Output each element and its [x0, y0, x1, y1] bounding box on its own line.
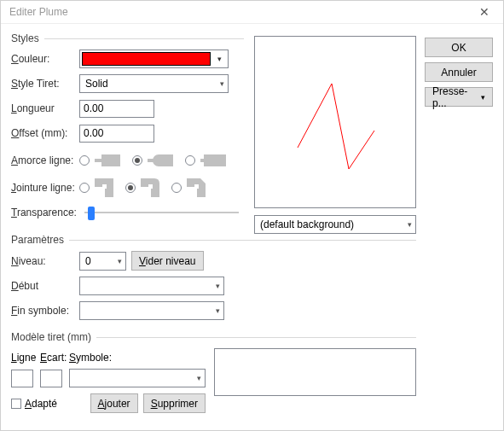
- join-radio-round[interactable]: [125, 183, 136, 193]
- titlebar: Editer Plume ✕: [1, 1, 503, 24]
- clipboard-button[interactable]: Presse-p...▾: [425, 87, 493, 107]
- label-length: Longueur: [11, 102, 79, 114]
- divider: [44, 38, 244, 39]
- window-title: Editer Plume: [9, 6, 474, 18]
- label-offset: Offset (mm):: [11, 127, 79, 139]
- cap-square-icon: [200, 154, 226, 166]
- end-symbol-combo[interactable]: ▾: [79, 301, 224, 320]
- cap-flat-icon: [95, 154, 120, 166]
- svg-rect-4: [148, 159, 154, 162]
- delete-button[interactable]: Supprimer: [143, 393, 206, 413]
- chevron-down-icon: ▾: [216, 282, 220, 290]
- label-level: Niveau:: [11, 255, 79, 267]
- label-end-symbol: Fin symbole:: [11, 305, 79, 317]
- reset-level-button[interactable]: Vider niveau: [131, 251, 204, 271]
- level-combo[interactable]: 0 ▾: [79, 252, 126, 271]
- join-radio-bevel[interactable]: [171, 183, 182, 193]
- offset-input[interactable]: [79, 125, 154, 143]
- divider: [69, 240, 416, 241]
- background-value: (default background): [260, 218, 354, 230]
- ok-button[interactable]: OK: [425, 38, 493, 57]
- group-params-title: Paramètres: [11, 234, 64, 246]
- divider: [96, 337, 416, 338]
- chevron-down-icon: ▾: [408, 220, 412, 229]
- label-gap-dash: Ecart:: [40, 352, 69, 364]
- group-dash-model-title: Modèle tiret (mm): [11, 331, 91, 343]
- chevron-down-icon: ▾: [216, 306, 220, 315]
- style-dash-value: Solid: [85, 78, 108, 90]
- color-picker[interactable]: ▾: [79, 50, 229, 68]
- cap-radio-flat[interactable]: [79, 155, 90, 166]
- background-combo[interactable]: (default background) ▾: [254, 215, 416, 234]
- join-round-icon: [141, 178, 159, 197]
- label-adapted: Adapté: [25, 398, 57, 410]
- pen-preview: [254, 36, 416, 208]
- add-button[interactable]: Ajouter: [90, 393, 138, 413]
- adapted-checkbox[interactable]: [11, 398, 25, 410]
- group-styles-title: Styles: [11, 32, 39, 44]
- chevron-down-icon: ▾: [481, 93, 485, 102]
- chevron-down-icon: ▾: [220, 79, 224, 88]
- chevron-down-icon[interactable]: ▾: [212, 55, 226, 63]
- close-icon[interactable]: ✕: [474, 5, 495, 19]
- start-symbol-combo[interactable]: ▾: [79, 277, 224, 295]
- label-line-join: Jointure ligne:: [11, 182, 79, 194]
- label-color: Couleur:: [11, 53, 79, 65]
- svg-rect-8: [148, 184, 153, 189]
- join-bevel-icon: [187, 178, 206, 197]
- line-dash-input[interactable]: [11, 370, 33, 387]
- style-dash-combo[interactable]: Solid ▾: [79, 74, 229, 93]
- join-miter-icon: [95, 178, 113, 197]
- color-swatch: [82, 52, 211, 66]
- svg-rect-7: [102, 184, 107, 189]
- svg-rect-1: [95, 159, 101, 162]
- level-value: 0: [85, 255, 91, 267]
- svg-rect-9: [194, 184, 199, 189]
- label-style-dash: Style Tiret:: [11, 78, 79, 90]
- cap-round-icon: [148, 154, 173, 166]
- chevron-down-icon: ▾: [118, 257, 122, 265]
- slider-thumb[interactable]: [88, 207, 95, 220]
- join-radio-miter[interactable]: [79, 183, 90, 193]
- dash-preview: [214, 348, 416, 396]
- label-symbol-dash: Symbole:: [69, 352, 112, 364]
- label-line-cap: Amorce ligne:: [11, 154, 79, 166]
- symbol-dash-combo[interactable]: ▾: [69, 369, 206, 387]
- cancel-button[interactable]: Annuler: [425, 62, 493, 82]
- length-input[interactable]: [79, 100, 154, 118]
- cap-radio-round[interactable]: [132, 155, 142, 166]
- svg-rect-0: [101, 154, 120, 166]
- transparency-slider[interactable]: [84, 212, 239, 213]
- gap-dash-input[interactable]: [40, 370, 62, 387]
- label-start: Début: [11, 280, 79, 292]
- label-line-dash: Ligne: [11, 352, 40, 364]
- chevron-down-icon: ▾: [197, 374, 201, 382]
- svg-rect-3: [159, 154, 173, 166]
- cap-radio-square[interactable]: [185, 155, 195, 166]
- svg-rect-6: [200, 159, 207, 162]
- label-transparency: Transparence:: [11, 207, 79, 218]
